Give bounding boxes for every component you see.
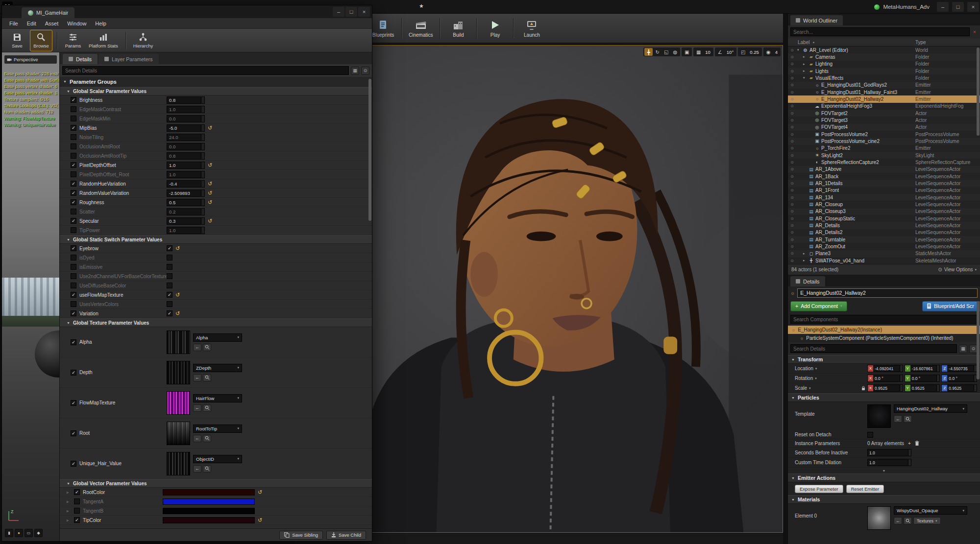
filter-grid-icon[interactable]: ▦ [959,345,967,353]
z-value-input[interactable]: Z0.0 ° [941,375,977,382]
spinner[interactable] [974,385,977,391]
outliner-search-input[interactable] [790,27,970,36]
parameter-value-input[interactable]: 1.0 [167,171,205,178]
y-value-input[interactable]: Y0.0 ° [905,375,940,382]
advanced-expander[interactable]: ▼ [788,468,980,473]
texture-section-header[interactable]: ▼ Global Texture Parameter Values [60,318,372,327]
outliner-row[interactable]: ⊙ ▤ AR_Details LevelSequenceActor [788,222,980,229]
visibility-eye-icon[interactable]: ⊙ [788,48,796,52]
x-value-input[interactable]: X0.0 ° [867,375,903,382]
hierarchy-button[interactable]: Hierarchy [130,30,156,51]
save-button[interactable]: Save [6,30,28,51]
parameter-groups-header[interactable]: ▼ Parameter Groups [60,77,372,87]
emitter-actions-section-header[interactable]: ▼ Emitter Actions [788,473,980,482]
rotate-tool-icon[interactable]: ↻ [653,48,662,56]
outliner-row[interactable]: ⊙ ☁ ExponentialHeightFog3 ExponentialHei… [788,103,980,110]
menu-item[interactable]: File [5,21,23,26]
spinner[interactable] [201,190,204,196]
browse-to-asset-button[interactable] [904,517,912,524]
override-checkbox[interactable]: ✓ [71,264,76,270]
outliner-row[interactable]: ⊙ ☼ E_HangingDust02_Hallway2 Emitter [788,95,980,102]
expand-arrow-icon[interactable]: ▸ [803,69,808,73]
visibility-eye-icon[interactable]: ⊙ [788,76,796,80]
visibility-eye-icon[interactable]: ⊙ [788,209,796,213]
preview-custom-mesh-button[interactable]: ◆ [34,529,43,537]
reset-to-default-icon[interactable]: ↺ [208,190,212,196]
spinner[interactable] [201,171,204,178]
visibility-eye-icon[interactable]: ⊙ [788,195,796,200]
spinner[interactable] [201,218,204,224]
reset-to-default-icon[interactable]: ↺ [175,311,180,316]
expand-arrow-icon[interactable]: ▹ [67,490,71,495]
visibility-eye-icon[interactable]: ⊙ [788,230,796,235]
parameter-value-input[interactable]: 0.8 [167,96,205,104]
transform-section-header[interactable]: ▼ Transform [788,355,980,364]
preview-plane-button[interactable]: ▭ [24,529,33,537]
params-button[interactable]: Params [62,30,84,51]
reset-to-default-icon[interactable]: ↺ [208,200,212,205]
particle-template-thumbnail[interactable] [867,404,891,428]
override-checkbox[interactable]: ✓ [71,310,76,316]
parameter-value-input[interactable]: 0.2 [167,208,205,215]
visibility-eye-icon[interactable]: ⊙ [788,55,796,59]
switch-value-checkbox[interactable]: ✓ [167,301,172,307]
browse-to-asset-button[interactable] [904,415,912,423]
preview-cylinder-button[interactable]: ▮ [5,529,13,537]
use-selected-asset-button[interactable]: ← [193,435,201,442]
texture-thumbnail[interactable] [167,422,190,445]
component-instance-row[interactable]: ☼ E_HangingDust02_Hallway2(Instance) [788,326,980,334]
material-asset-dropdown[interactable]: WispyDust_Opaque ▾ [894,506,967,515]
search-details-input[interactable] [62,66,349,75]
textures-dropdown-button[interactable]: Textures ▾ [913,517,941,524]
parameter-value-input[interactable]: 1.0 [167,162,205,169]
platform-stats-button[interactable]: Platform Stats [86,30,121,51]
override-checkbox[interactable]: ✓ [71,199,76,205]
spinner[interactable] [936,365,939,372]
play-button[interactable]: Play [479,15,511,42]
parameters-scrollbar[interactable] [368,79,371,221]
close-button[interactable]: × [967,2,979,12]
visibility-eye-icon[interactable]: ⊙ [788,104,796,108]
outliner-row[interactable]: ⊙ ▤ AR_1Front LevelSequenceActor [788,187,980,194]
z-value-input[interactable]: Z-4.550735 [941,365,977,372]
save-child-button[interactable]: Save Child [326,531,366,540]
grid-snap-value[interactable]: 10 [703,49,712,55]
override-checkbox[interactable]: ✓ [71,125,76,131]
menu-item[interactable]: Help [91,21,111,26]
material-preview-viewport[interactable]: Perspective Base pass shader: 228 instrB… [2,52,60,541]
override-checkbox[interactable]: ✓ [71,209,76,214]
outliner-row[interactable]: ⊙ ◎ FOVTarget3 Actor [788,117,980,123]
expand-arrow-icon[interactable]: ▹ [67,509,71,513]
filter-grid-icon[interactable]: ▦ [351,67,359,75]
outliner-row[interactable]: ⊙ ▤ AR_1Above LevelSequenceActor [788,166,980,173]
outliner-row[interactable]: ⊙ ◐ SphereReflectionCapture2 SphereRefle… [788,159,980,166]
outliner-row[interactable]: ⊙ ▤ AR_1Details LevelSequenceActor [788,180,980,187]
tab-details[interactable]: Details [790,276,825,286]
texture-asset-dropdown[interactable]: RootToTip ▾ [193,425,242,433]
spinner[interactable] [201,227,204,234]
menu-item[interactable]: Edit [23,21,41,26]
outliner-row[interactable]: ⊙ ▾ ▰ VisualEffects Folder [788,74,980,81]
world-local-toggle-icon[interactable]: ◍ [671,48,679,56]
build-button[interactable]: Build [442,15,474,42]
texture-thumbnail[interactable] [167,452,190,475]
add-component-button[interactable]: + Add Component ▾ [790,301,847,311]
outliner-row[interactable]: ⊙ ▣ PostProcessVolume2 PostProcessVolume [788,131,980,138]
outliner-row[interactable]: ⊙ ▤ AR_Closeup3 LevelSequenceActor [788,208,980,215]
delete-array-icon[interactable] [915,441,919,446]
browse-to-asset-button[interactable] [203,435,211,442]
browse-to-asset-button[interactable] [203,404,211,412]
spinner[interactable] [201,97,204,103]
reset-to-default-icon[interactable]: ↺ [258,518,262,523]
grid-snap-icon[interactable]: ▦ [694,48,703,56]
parameter-value-input[interactable]: 0.0 [167,115,205,122]
maximize-button[interactable]: □ [345,7,357,17]
spinner[interactable] [201,162,204,168]
perspective-dropdown[interactable]: Perspective [4,55,57,64]
tab-details[interactable]: Details [63,54,98,64]
visibility-eye-icon[interactable]: ⊙ [788,167,796,171]
override-checkbox[interactable]: ✓ [71,339,76,345]
cinematics-button[interactable]: Cinematics [404,15,437,42]
outliner-row[interactable]: ⊙ ▸ ▰ Cameras Folder [788,53,980,60]
expand-arrow-icon[interactable]: ▾ [803,76,808,80]
